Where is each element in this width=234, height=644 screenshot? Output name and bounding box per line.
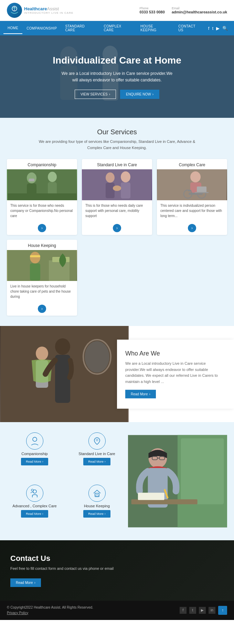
footer-social-icons: f t ▶ in: [180, 607, 215, 614]
companionship-title: Companionship: [7, 159, 77, 169]
svg-point-10: [48, 172, 57, 182]
hero-content: Individualized Care at Home We are a Loc…: [46, 47, 188, 106]
footer-youtube-icon[interactable]: ▶: [199, 607, 206, 614]
svg-rect-27: [188, 190, 191, 191]
footer-facebook-icon[interactable]: f: [180, 607, 187, 614]
arrow-right-icon: ›: [34, 581, 35, 585]
hero-buttons: VIEW SERVICES › ENQUIRE NOW ›: [53, 90, 181, 99]
svg-rect-51: [181, 438, 224, 504]
who-description: We are a Local introductory Live in Care…: [125, 361, 226, 385]
footer-copyright: © Copyright2022 Healthcare Assist. All R…: [7, 605, 93, 616]
arrow-icon: ›: [105, 460, 106, 463]
companionship-card: Companionship This service is for those …: [7, 159, 77, 235]
icon-companionship: Companionship Read More ›: [7, 432, 62, 478]
housekeeping-image: [7, 250, 77, 281]
nav-house-keeping[interactable]: HOUSE KEEPING: [136, 21, 174, 35]
contact-read-more-button[interactable]: Read More ›: [10, 578, 41, 587]
arrow-right-icon: ›: [109, 92, 110, 96]
who-content-box: Who Are We We are a Local introductory L…: [117, 340, 234, 408]
standard-care-title: Standard Live in Care: [82, 159, 152, 169]
svg-point-42: [85, 341, 109, 373]
standard-care-card: Standard Live in Care This is for those …: [82, 159, 152, 235]
facebook-icon[interactable]: f: [208, 26, 210, 31]
svg-rect-18: [121, 182, 130, 199]
arrow-icon: ›: [42, 460, 43, 463]
complex-care-footer: ›: [157, 221, 227, 235]
arrow-icon: ›: [105, 512, 106, 516]
housekeeping-card: House Keeping Live in house keepers for …: [7, 240, 77, 316]
phone-contact: Phone 0333 533 0080: [139, 7, 164, 14]
svg-rect-32: [30, 263, 40, 281]
svg-point-21: [190, 171, 201, 182]
standard-care-image: [82, 169, 152, 200]
standard-care-icon-label: Standard Live in Care: [78, 452, 115, 456]
nav-standard-care[interactable]: STANDARD CARE: [61, 21, 99, 35]
standard-care-icon-circle: [88, 432, 106, 450]
logo-text: HealthcareAssist INTRODUCTORY LIVE IN CA…: [24, 6, 73, 14]
companionship-icon-read-more[interactable]: Read More ›: [21, 458, 48, 465]
enquire-now-button[interactable]: ENQUIRE NOW ›: [120, 90, 159, 99]
who-read-more-button[interactable]: Read More ›: [125, 389, 156, 398]
arrow-right-icon: ›: [149, 392, 150, 396]
view-services-button[interactable]: VIEW SERVICES ›: [75, 90, 116, 99]
svg-point-46: [31, 489, 33, 491]
svg-point-15: [106, 172, 115, 183]
services-section: Our Services We are providing four type …: [0, 118, 234, 326]
housekeeping-icon-read-more[interactable]: Read More ›: [83, 510, 110, 518]
svg-rect-33: [30, 255, 40, 257]
arrow-icon: ›: [42, 512, 43, 516]
complex-care-icon-read-more[interactable]: Read More ›: [21, 510, 48, 518]
standard-care-more-button[interactable]: ›: [113, 224, 121, 232]
youtube-icon[interactable]: ▶: [216, 26, 220, 31]
svg-point-17: [121, 171, 130, 182]
svg-rect-34: [49, 260, 70, 281]
nav-home[interactable]: HOME: [3, 23, 22, 34]
complex-care-more-button[interactable]: ›: [188, 224, 196, 232]
logo-icon: [7, 3, 22, 18]
icon-complex-care: Advanced , Complex Care Read More ›: [7, 485, 62, 530]
hero-section: Individualized Care at Home We are a Loc…: [0, 35, 234, 118]
twitter-icon[interactable]: t: [212, 26, 213, 31]
svg-rect-29: [195, 192, 209, 193]
svg-point-31: [30, 252, 40, 263]
complex-care-icon-circle: [26, 485, 43, 502]
search-icon[interactable]: 🔍: [222, 26, 228, 31]
companionship-icon-label: Companionship: [21, 452, 47, 456]
companionship-footer: ›: [7, 221, 77, 235]
companionship-description: This service is for those who needs comp…: [7, 200, 77, 221]
navbar: HOME COMPANIONSHIP STANDARD CARE COMPLEX…: [0, 21, 234, 35]
footer-social4-icon[interactable]: in: [209, 607, 215, 614]
housekeeping-title: House Keeping: [7, 240, 77, 250]
svg-point-37: [55, 338, 70, 355]
svg-point-39: [36, 347, 48, 360]
housekeeping-description: Live in house keepers for household chor…: [7, 281, 77, 302]
nav-complex-care[interactable]: COMPLEX CARE: [100, 21, 137, 35]
standard-care-footer: ›: [82, 221, 152, 235]
svg-point-8: [27, 172, 36, 183]
footer: © Copyright2022 Healthcare Assist. All R…: [0, 601, 234, 620]
services-description: We are providing four type of services l…: [34, 139, 200, 151]
who-title: Who Are We: [125, 350, 226, 357]
complex-care-image: [157, 169, 227, 200]
contact-subtitle: Feel free to fill contact form and conta…: [10, 566, 224, 572]
svg-rect-13: [29, 179, 34, 181]
housekeeping-footer: ›: [7, 302, 77, 316]
standard-care-icon-read-more[interactable]: Read More ›: [83, 458, 110, 465]
complex-care-icon-label: Advanced , Complex Care: [12, 504, 56, 508]
service-cards-grid: Companionship This service is for those …: [7, 159, 227, 235]
complex-care-title: Complex Care: [157, 159, 227, 169]
who-are-we-section: Who Are We We are a Local introductory L…: [0, 326, 234, 422]
companionship-more-button[interactable]: ›: [38, 224, 46, 232]
complex-care-card: Complex Care This s: [157, 159, 227, 235]
scroll-to-top-button[interactable]: ↑: [218, 606, 227, 615]
logo: HealthcareAssist INTRODUCTORY LIVE IN CA…: [7, 3, 73, 18]
nav-contact-us[interactable]: CONTACT US: [174, 21, 205, 35]
contact-section: Contact Us Feel free to fill contact for…: [0, 540, 234, 601]
standard-care-description: This is for those who needs daily care s…: [82, 200, 152, 221]
housekeeping-more-button[interactable]: ›: [38, 305, 46, 313]
nav-companionship[interactable]: COMPANIONSHIP: [22, 23, 61, 34]
icons-right-image: [128, 432, 227, 530]
svg-rect-58: [138, 493, 164, 500]
footer-twitter-icon[interactable]: t: [189, 607, 196, 614]
privacy-link[interactable]: Privacy Policy: [7, 610, 93, 616]
